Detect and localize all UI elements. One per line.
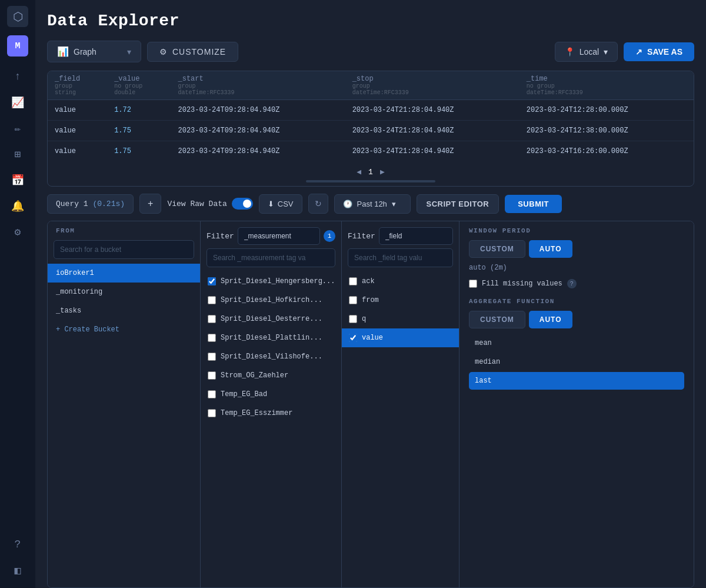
- field-checkbox[interactable]: [349, 315, 357, 323]
- field-checkbox[interactable]: [349, 296, 357, 304]
- col-time: _timeno groupdateTime:RFC3339: [519, 71, 694, 100]
- sidebar-icon-chart[interactable]: 📈: [7, 92, 28, 113]
- measurement-filter-item[interactable]: Sprit_Diesel_Hofkirch...: [201, 291, 341, 310]
- measurement-checkbox[interactable]: [208, 371, 216, 380]
- measurement-filter-item[interactable]: Temp_EG_Esszimmer: [201, 404, 341, 423]
- agg-function-header: AGGREGATE FUNCTION: [469, 298, 684, 305]
- script-editor-button[interactable]: SCRIPT EDITOR: [417, 194, 499, 214]
- bucket-list: ioBroker1_monitoring_tasks+ Create Bucke…: [48, 264, 200, 587]
- fill-missing-row: Fill missing values ?: [469, 279, 684, 288]
- bottom-panels: FROM ioBroker1_monitoring_tasks+ Create …: [47, 221, 694, 588]
- scroll-indicator: [306, 180, 435, 182]
- col-field: _fieldgroupstring: [48, 71, 107, 100]
- filter-badge: 1: [324, 230, 335, 242]
- refresh-button[interactable]: ↻: [308, 194, 328, 214]
- agg-function-item[interactable]: last: [469, 372, 684, 390]
- measurement-filter-item[interactable]: Temp_EG_Bad: [201, 385, 341, 404]
- time-range-button[interactable]: 🕐 Past 12h ▾: [334, 194, 411, 214]
- measurement-search-input[interactable]: [207, 248, 335, 267]
- measurement-filter-item[interactable]: Sprit_Diesel_Vilshofe...: [201, 347, 341, 366]
- chevron-down-icon: ▾: [127, 47, 131, 57]
- field-filter-item[interactable]: from: [342, 291, 459, 310]
- agg-function-list: meanmedianlast: [469, 334, 684, 390]
- data-table: _fieldgroupstring _valueno groupdouble _…: [48, 71, 694, 161]
- field-search-input[interactable]: [348, 248, 453, 267]
- window-btn-group: CUSTOM AUTO: [469, 240, 684, 258]
- add-query-button[interactable]: +: [139, 194, 161, 214]
- logo-icon: ⬡: [7, 6, 28, 27]
- csv-button[interactable]: ⬇ CSV: [259, 194, 302, 214]
- help-icon[interactable]: ?: [567, 279, 577, 288]
- sidebar-icon-grid[interactable]: ⊞: [7, 144, 28, 165]
- filter-measurement-header-row: Filter _measurement 1: [201, 221, 341, 248]
- measurement-checkbox[interactable]: [208, 390, 216, 398]
- local-button[interactable]: 📍 Local ▾: [555, 42, 618, 62]
- field-filter-item[interactable]: value: [342, 328, 459, 347]
- bucket-item[interactable]: _tasks: [48, 301, 200, 320]
- table-row: value1.722023-03-24T09:28:04.940Z2023-03…: [48, 100, 694, 121]
- fill-missing-checkbox[interactable]: [469, 280, 477, 288]
- create-bucket-button[interactable]: + Create Bucket: [48, 320, 200, 339]
- sidebar-icon-bell[interactable]: 🔔: [7, 195, 28, 217]
- agg-function-item[interactable]: median: [469, 353, 684, 371]
- view-raw-toggle-container: View Raw Data: [167, 198, 252, 210]
- measurement-checkbox[interactable]: [208, 334, 216, 342]
- filter-field-label: Filter: [348, 232, 375, 241]
- export-icon: ↗: [635, 47, 642, 57]
- agg-custom-button[interactable]: CUSTOM: [469, 311, 525, 328]
- sidebar-icon-help[interactable]: ?: [7, 534, 28, 555]
- measurement-checkbox[interactable]: [208, 296, 216, 304]
- window-period-panel: WINDOW PERIOD CUSTOM AUTO auto (2m) Fill…: [459, 221, 694, 587]
- agg-auto-button[interactable]: AUTO: [529, 311, 572, 328]
- field-filter-item[interactable]: ack: [342, 272, 459, 291]
- field-filter-list: ackfromqvalue: [342, 272, 459, 587]
- measurement-checkbox[interactable]: [208, 315, 216, 323]
- measurement-checkbox[interactable]: [208, 353, 216, 361]
- avatar[interactable]: M: [7, 35, 28, 57]
- window-auto-button[interactable]: AUTO: [529, 240, 572, 258]
- next-page-button[interactable]: ▶: [380, 167, 385, 177]
- field-checkbox[interactable]: [349, 277, 357, 285]
- sidebar-icon-edit[interactable]: ✏: [7, 118, 28, 139]
- filter-field-header-row: Filter _field: [342, 221, 459, 248]
- save-as-button[interactable]: ↗ SAVE AS: [624, 42, 694, 61]
- measurement-filter-item[interactable]: Sprit_Diesel_Hengersberg...: [201, 272, 341, 291]
- measurement-checkbox[interactable]: [208, 277, 216, 285]
- main-content: Data Explorer 📊 Graph ▾ ⚙ CUSTOMIZE 📍 Lo…: [35, 0, 706, 588]
- query-tab[interactable]: Query 1 (0.21s): [47, 194, 134, 214]
- from-panel: FROM ioBroker1_monitoring_tasks+ Create …: [48, 221, 201, 587]
- measurement-filter-item[interactable]: Strom_OG_Zaehler: [201, 366, 341, 385]
- view-raw-toggle[interactable]: [232, 198, 253, 210]
- graph-icon: 📊: [57, 46, 69, 57]
- submit-button[interactable]: SUBMIT: [505, 195, 562, 213]
- sidebar-icon-calendar[interactable]: 📅: [7, 170, 28, 191]
- bucket-item[interactable]: ioBroker1: [48, 264, 200, 283]
- field-select[interactable]: _field: [379, 227, 453, 245]
- filter-field-panel: Filter _field ackfromqvalue: [342, 221, 459, 587]
- clock-icon: 🕐: [343, 200, 352, 208]
- pin-icon: 📍: [565, 47, 575, 57]
- col-stop: _stopgroupdateTime:RFC3339: [345, 71, 519, 100]
- chevron-down-icon: ▾: [604, 47, 608, 57]
- sidebar: ⬡ M ↑ 📈 ✏ ⊞ 📅 🔔 ⚙ ? ◧: [0, 0, 35, 588]
- bucket-search-input[interactable]: [54, 240, 194, 259]
- pagination: ◀ 1 ▶: [48, 161, 694, 180]
- download-icon: ⬇: [268, 200, 274, 208]
- prev-page-button[interactable]: ◀: [357, 167, 361, 177]
- sidebar-icon-settings[interactable]: ⚙: [7, 221, 28, 242]
- measurement-filter-item[interactable]: Sprit_Diesel_Plattlin...: [201, 328, 341, 347]
- measurement-checkbox[interactable]: [208, 409, 216, 417]
- bucket-item[interactable]: _monitoring: [48, 283, 200, 301]
- page-title: Data Explorer: [47, 12, 694, 30]
- sidebar-icon-panel[interactable]: ◧: [7, 560, 28, 581]
- measurement-filter-item[interactable]: Sprit_Diesel_Oesterre...: [201, 310, 341, 328]
- graph-button[interactable]: 📊 Graph ▾: [47, 41, 141, 62]
- sidebar-icon-upload[interactable]: ↑: [7, 66, 28, 87]
- agg-function-item[interactable]: mean: [469, 334, 684, 352]
- field-filter-item[interactable]: q: [342, 310, 459, 328]
- customize-button[interactable]: ⚙ CUSTOMIZE: [147, 42, 238, 62]
- measurement-select[interactable]: _measurement: [238, 227, 320, 245]
- window-period-header: WINDOW PERIOD: [469, 227, 684, 234]
- field-checkbox[interactable]: [349, 334, 357, 342]
- window-custom-button[interactable]: CUSTOM: [469, 240, 525, 258]
